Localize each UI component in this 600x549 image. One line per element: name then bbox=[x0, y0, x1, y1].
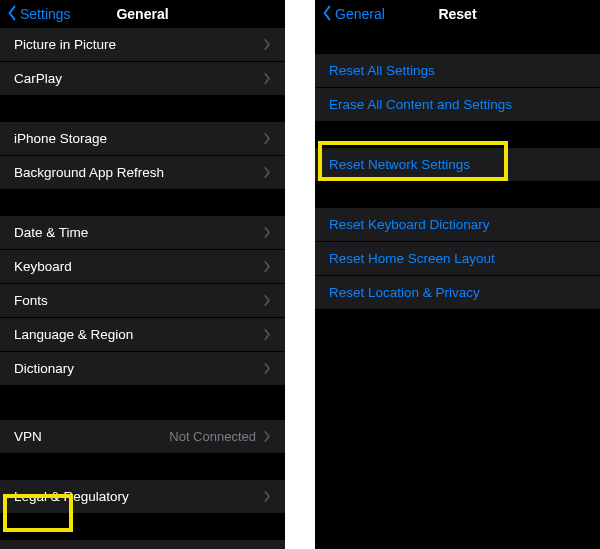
group-separator bbox=[0, 386, 285, 420]
row-label: Picture in Picture bbox=[14, 37, 264, 52]
back-button[interactable]: General bbox=[321, 5, 385, 24]
row-fonts[interactable]: Fonts bbox=[0, 284, 285, 318]
row-iphone-storage[interactable]: iPhone Storage bbox=[0, 122, 285, 156]
chevron-right-icon bbox=[264, 39, 271, 50]
row-dictionary[interactable]: Dictionary bbox=[0, 352, 285, 386]
reset-settings-screen: General Reset Reset All Settings Erase A… bbox=[315, 0, 600, 549]
chevron-right-icon bbox=[264, 227, 271, 238]
chevron-right-icon bbox=[264, 491, 271, 502]
row-label: Background App Refresh bbox=[14, 165, 264, 180]
row-label: Reset All Settings bbox=[329, 63, 586, 78]
row-reset[interactable]: Reset bbox=[0, 540, 285, 549]
back-label: General bbox=[335, 6, 385, 22]
row-label: Reset Network Settings bbox=[329, 157, 586, 172]
row-value: Not Connected bbox=[169, 429, 256, 444]
back-button[interactable]: Settings bbox=[6, 5, 71, 24]
page-title: General bbox=[116, 6, 168, 22]
chevron-right-icon bbox=[264, 329, 271, 340]
group-separator bbox=[315, 122, 600, 148]
row-reset-home-screen-layout[interactable]: Reset Home Screen Layout bbox=[315, 242, 600, 276]
row-legal-regulatory[interactable]: Legal & Regulatory bbox=[0, 480, 285, 514]
group-separator bbox=[0, 190, 285, 216]
row-date-time[interactable]: Date & Time bbox=[0, 216, 285, 250]
row-vpn[interactable]: VPN Not Connected bbox=[0, 420, 285, 454]
chevron-left-icon bbox=[321, 5, 333, 24]
group-separator bbox=[0, 454, 285, 480]
row-picture-in-picture[interactable]: Picture in Picture bbox=[0, 28, 285, 62]
row-label: Date & Time bbox=[14, 225, 264, 240]
row-language-region[interactable]: Language & Region bbox=[0, 318, 285, 352]
page-title: Reset bbox=[438, 6, 476, 22]
navigation-bar: General Reset bbox=[315, 0, 600, 28]
row-erase-all-content[interactable]: Erase All Content and Settings bbox=[315, 88, 600, 122]
group-separator bbox=[0, 96, 285, 122]
row-carplay[interactable]: CarPlay bbox=[0, 62, 285, 96]
row-reset-network-settings[interactable]: Reset Network Settings bbox=[315, 148, 600, 182]
row-label: Dictionary bbox=[14, 361, 264, 376]
row-reset-keyboard-dictionary[interactable]: Reset Keyboard Dictionary bbox=[315, 208, 600, 242]
row-reset-location-privacy[interactable]: Reset Location & Privacy bbox=[315, 276, 600, 310]
chevron-right-icon bbox=[264, 363, 271, 374]
row-label: Fonts bbox=[14, 293, 264, 308]
row-label: Reset Home Screen Layout bbox=[329, 251, 586, 266]
chevron-right-icon bbox=[264, 73, 271, 84]
group-separator bbox=[0, 514, 285, 540]
row-label: Legal & Regulatory bbox=[14, 489, 264, 504]
general-settings-screen: Settings General Picture in Picture CarP… bbox=[0, 0, 285, 549]
group-separator bbox=[315, 182, 600, 208]
chevron-left-icon bbox=[6, 5, 18, 24]
row-label: Reset Location & Privacy bbox=[329, 285, 586, 300]
chevron-right-icon bbox=[264, 295, 271, 306]
row-label: Erase All Content and Settings bbox=[329, 97, 586, 112]
navigation-bar: Settings General bbox=[0, 0, 285, 28]
row-label: Keyboard bbox=[14, 259, 264, 274]
group-separator bbox=[315, 28, 600, 54]
row-label: Reset Keyboard Dictionary bbox=[329, 217, 586, 232]
chevron-right-icon bbox=[264, 167, 271, 178]
chevron-right-icon bbox=[264, 133, 271, 144]
chevron-right-icon bbox=[264, 261, 271, 272]
row-reset-all-settings[interactable]: Reset All Settings bbox=[315, 54, 600, 88]
chevron-right-icon bbox=[264, 431, 271, 442]
row-label: Language & Region bbox=[14, 327, 264, 342]
row-label: iPhone Storage bbox=[14, 131, 264, 146]
row-background-app-refresh[interactable]: Background App Refresh bbox=[0, 156, 285, 190]
back-label: Settings bbox=[20, 6, 71, 22]
row-label: CarPlay bbox=[14, 71, 264, 86]
row-keyboard[interactable]: Keyboard bbox=[0, 250, 285, 284]
row-label: VPN bbox=[14, 429, 169, 444]
